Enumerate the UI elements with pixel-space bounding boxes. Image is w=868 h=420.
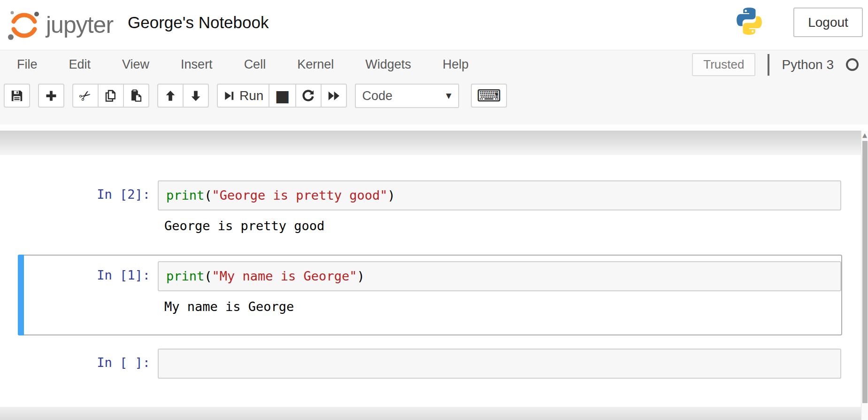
scrollbar[interactable]: ▲ [861,131,868,420]
copy-cell-button[interactable] [98,84,124,108]
code-editor[interactable]: print("George is pretty good") [158,180,841,210]
header: jupyter George's Notebook Logout [0,0,868,50]
paste-cell-button[interactable] [123,84,149,108]
menu-edit[interactable]: Edit [69,57,91,72]
chevron-down-icon: ▼ [446,92,452,100]
run-label: Run [239,88,263,103]
run-cell-button[interactable]: Run [217,84,269,108]
arrow-up-icon [164,89,177,102]
logout-button[interactable]: Logout [793,8,863,37]
code-cell-2-selected[interactable]: In [1]: print("My name is George") My na… [18,255,842,335]
code-paren-open: ( [204,188,212,202]
command-palette-button[interactable]: ⌨ [471,84,507,108]
cut-cell-button[interactable]: ✂ [72,84,99,108]
jupyter-logo-text: jupyter [46,11,113,39]
code-string: "George is pretty good" [212,188,388,202]
paste-icon [129,89,143,103]
input-prompt: In [1]: [19,261,158,282]
menubar-right: Trusted Python 3 [692,50,859,79]
interrupt-kernel-button[interactable]: ■ [269,84,296,108]
cell-type-dropdown[interactable]: Code ▼ [355,84,459,108]
python-logo-icon [734,6,765,37]
cell-output: My name is George [19,291,841,326]
menu-view[interactable]: View [122,57,149,72]
menu-insert[interactable]: Insert [181,57,213,72]
kernel-idle-icon [846,58,859,71]
plus-icon [45,89,58,102]
move-cell-up-button[interactable] [157,84,184,108]
code-paren-close: ) [357,269,364,283]
notebook-bottom-shadow [0,407,861,420]
trusted-badge[interactable]: Trusted [692,53,755,76]
menu-kernel[interactable]: Kernel [297,57,334,72]
input-prompt: In [2]: [19,180,158,202]
refresh-icon [301,89,315,103]
code-string: "My name is George" [212,269,357,283]
arrow-down-icon [189,89,202,102]
scissors-icon: ✂ [77,86,94,105]
keyboard-icon: ⌨ [477,87,501,104]
code-keyword: print [166,188,204,202]
kernel-name: Python 3 [782,57,834,72]
scrollbar-up-icon[interactable]: ▲ [861,132,868,139]
restart-kernel-button[interactable] [295,84,322,108]
stop-icon: ■ [275,88,290,104]
save-icon [10,89,24,103]
menu-file[interactable]: File [17,57,38,72]
cell-input-row: In [2]: print("George is pretty good") [19,180,841,210]
restart-run-all-button[interactable] [321,84,347,108]
menubar: File Edit View Insert Cell Kernel Widget… [0,50,868,79]
menu-widgets[interactable]: Widgets [365,57,411,72]
code-cell-1[interactable]: In [2]: print("George is pretty good") G… [18,176,842,244]
jupyter-logo-icon [7,8,41,42]
kernel-divider [768,54,769,76]
cell-type-value: Code [362,89,393,103]
code-editor[interactable]: print("My name is George") [158,261,841,291]
toolbar: ✂ [0,79,868,124]
move-cell-down-button[interactable] [183,84,209,108]
cell-input-row: In [1]: print("My name is George") [19,261,841,291]
notebook: In [2]: print("George is pretty good") G… [0,155,861,407]
cell-input-row: In [ ]: [19,349,841,379]
scrollbar-thumb[interactable] [862,141,868,403]
save-button[interactable] [4,84,30,108]
step-forward-icon [223,90,235,102]
notebook-top-shadow [0,131,861,155]
code-paren-close: ) [387,188,395,202]
cell-output: George is pretty good [19,210,841,240]
copy-icon [104,89,118,103]
add-cell-button[interactable] [38,84,64,108]
input-prompt: In [ ]: [19,349,158,370]
code-editor[interactable] [158,349,841,379]
code-paren-open: ( [204,269,212,283]
fast-forward-icon [327,89,341,103]
menu-help[interactable]: Help [443,57,469,72]
jupyter-logo[interactable]: jupyter [7,8,113,42]
code-cell-3-empty[interactable]: In [ ]: [18,344,842,383]
menu-cell[interactable]: Cell [244,57,266,72]
code-keyword: print [166,269,204,283]
notebook-title[interactable]: George's Notebook [128,13,269,32]
